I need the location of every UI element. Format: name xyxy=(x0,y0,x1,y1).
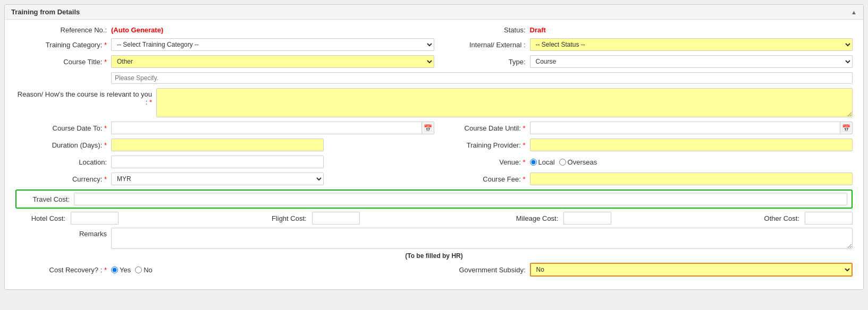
left-reference: Reference No.: (Auto Generate) xyxy=(15,26,434,34)
please-specify-input[interactable] xyxy=(111,72,853,84)
training-category-label: Training Category: * xyxy=(15,41,111,49)
row-cost-recovery-subsidy: Cost Recovery? : * Yes No xyxy=(15,263,853,277)
course-date-to-calendar-icon[interactable]: 📅 xyxy=(422,122,434,134)
row-dates: Course Date To: * 📅 Course Date Until: *… xyxy=(15,122,853,134)
internal-external-select[interactable]: -- Select Status -- xyxy=(530,38,853,51)
left-course-title: Course Title: * Other xyxy=(15,55,434,68)
right-venue: Venue: * Local Overseas xyxy=(434,158,853,166)
window-title-bar: Training from Details ▲ xyxy=(5,5,863,20)
flight-cost-input[interactable]: 0.00 xyxy=(312,212,360,225)
other-cost-label: Other Cost: xyxy=(755,214,803,222)
other-cost-input[interactable]: 0.00 xyxy=(805,212,853,225)
course-title-label: Course Title: * xyxy=(15,58,111,66)
course-date-until-wrapper: 📅 xyxy=(530,122,853,134)
mileage-cost-label: Mileage Cost: xyxy=(503,214,561,222)
course-date-to-wrapper: 📅 xyxy=(111,122,434,134)
type-label: Type: xyxy=(434,58,530,66)
left-currency: Currency: * MYR xyxy=(15,173,434,185)
travel-cost-row: Travel Cost: 0.00 xyxy=(21,193,847,205)
training-provider-label: Training Provider: * xyxy=(434,141,530,149)
hr-filled-by-label: (To be filled by HR) xyxy=(15,252,853,260)
reason-label: Reason/ How's the course is relevant to … xyxy=(15,88,156,106)
reference-no-label: Reference No.: xyxy=(15,26,111,34)
course-date-to-input[interactable] xyxy=(111,122,422,134)
internal-external-label: Internal/ External : xyxy=(434,41,530,49)
reference-no-value: (Auto Generate) xyxy=(111,26,163,34)
venue-local-text: Local xyxy=(538,158,555,166)
right-type: Type: Course xyxy=(434,55,853,68)
government-subsidy-label: Government Subsidy: xyxy=(434,266,530,274)
remarks-textarea[interactable] xyxy=(111,228,853,249)
travel-cost-input[interactable]: 0.00 xyxy=(74,193,847,205)
duration-label: Duration (Days): * xyxy=(15,141,111,149)
hr-section: (To be filled by HR) Cost Recovery? : * … xyxy=(15,252,853,277)
course-date-until-label: Course Date Until: * xyxy=(434,124,530,132)
hotel-cost-label: Hotel Cost: xyxy=(15,214,69,222)
row-remarks: Remarks xyxy=(15,228,853,249)
status-label: Status: xyxy=(434,26,530,34)
left-location: Location: xyxy=(15,156,434,168)
scroll-up-icon[interactable]: ▲ xyxy=(851,9,857,15)
cost-recovery-yes-label[interactable]: Yes xyxy=(111,266,131,274)
course-date-until-input[interactable] xyxy=(530,122,841,134)
venue-radio-group: Local Overseas xyxy=(530,158,597,166)
left-cost-recovery: Cost Recovery? : * Yes No xyxy=(15,266,434,274)
cost-recovery-yes-radio[interactable] xyxy=(111,266,118,273)
venue-local-label[interactable]: Local xyxy=(530,158,555,166)
course-title-select[interactable]: Other xyxy=(111,55,434,68)
course-fee-input[interactable]: 0.00 xyxy=(530,173,853,185)
right-internal-external: Internal/ External : -- Select Status -- xyxy=(434,38,853,51)
right-status: Status: Draft xyxy=(434,26,853,34)
training-category-select[interactable]: -- Select Training Category -- xyxy=(111,38,434,51)
course-date-until-calendar-icon[interactable]: 📅 xyxy=(840,122,853,134)
remarks-label: Remarks xyxy=(15,228,111,238)
right-government-subsidy: Government Subsidy: No Yes xyxy=(434,263,853,277)
row-category-internal: Training Category: * -- Select Training … xyxy=(15,38,853,51)
row-reference-status: Reference No.: (Auto Generate) Status: D… xyxy=(15,26,853,34)
location-label: Location: xyxy=(15,158,111,166)
training-provider-input[interactable] xyxy=(530,139,853,151)
cost-recovery-radio-group: Yes No xyxy=(111,266,153,274)
venue-overseas-radio[interactable] xyxy=(559,159,566,166)
location-input[interactable] xyxy=(111,156,324,168)
left-course-date-to: Course Date To: * 📅 xyxy=(15,122,434,134)
government-subsidy-select[interactable]: No Yes xyxy=(530,263,853,277)
venue-label: Venue: * xyxy=(434,158,530,166)
window-title: Training from Details xyxy=(11,8,80,16)
course-date-to-label: Course Date To: * xyxy=(15,124,111,132)
row-reason: Reason/ How's the course is relevant to … xyxy=(15,88,853,117)
row-location-venue: Location: Venue: * Local Overseas xyxy=(15,156,853,168)
training-form-window: Training from Details ▲ Reference No.: (… xyxy=(4,4,864,290)
venue-overseas-text: Overseas xyxy=(568,158,597,166)
right-course-fee: Course Fee: * 0.00 xyxy=(434,173,853,185)
travel-cost-section: Travel Cost: 0.00 xyxy=(15,190,853,209)
reason-textarea[interactable] xyxy=(156,88,853,117)
cost-recovery-no-radio[interactable] xyxy=(135,266,142,273)
row-please-specify xyxy=(15,72,853,84)
course-fee-label: Course Fee: * xyxy=(434,175,530,183)
cost-recovery-no-label[interactable]: No xyxy=(135,266,153,274)
cost-row: Hotel Cost: 0.00 Flight Cost: 0.00 Milea… xyxy=(15,212,853,225)
travel-cost-label: Travel Cost: xyxy=(21,195,74,203)
form-body: Reference No.: (Auto Generate) Status: D… xyxy=(5,20,863,289)
type-select[interactable]: Course xyxy=(530,55,853,68)
row-duration-provider: Duration (Days): * Training Provider: * xyxy=(15,139,853,151)
venue-local-radio[interactable] xyxy=(530,159,537,166)
cost-recovery-label: Cost Recovery? : * xyxy=(15,266,111,274)
row-course-title-type: Course Title: * Other Type: Course xyxy=(15,55,853,68)
status-value: Draft xyxy=(530,26,546,34)
row-currency-fee: Currency: * MYR Course Fee: * 0.00 xyxy=(15,173,853,185)
currency-select[interactable]: MYR xyxy=(111,173,324,185)
training-category-required: * xyxy=(104,41,107,49)
currency-label: Currency: * xyxy=(15,175,111,183)
cost-recovery-yes-text: Yes xyxy=(120,266,131,274)
right-course-date-until: Course Date Until: * 📅 xyxy=(434,122,853,134)
hotel-cost-input[interactable]: 0.00 xyxy=(71,212,119,225)
duration-input[interactable] xyxy=(111,139,324,151)
right-training-provider: Training Provider: * xyxy=(434,139,853,151)
flight-cost-label: Flight Cost: xyxy=(262,214,310,222)
venue-overseas-label[interactable]: Overseas xyxy=(559,158,597,166)
left-duration: Duration (Days): * xyxy=(15,139,434,151)
mileage-cost-input[interactable]: 0.00 xyxy=(563,212,611,225)
cost-recovery-no-text: No xyxy=(144,266,153,274)
